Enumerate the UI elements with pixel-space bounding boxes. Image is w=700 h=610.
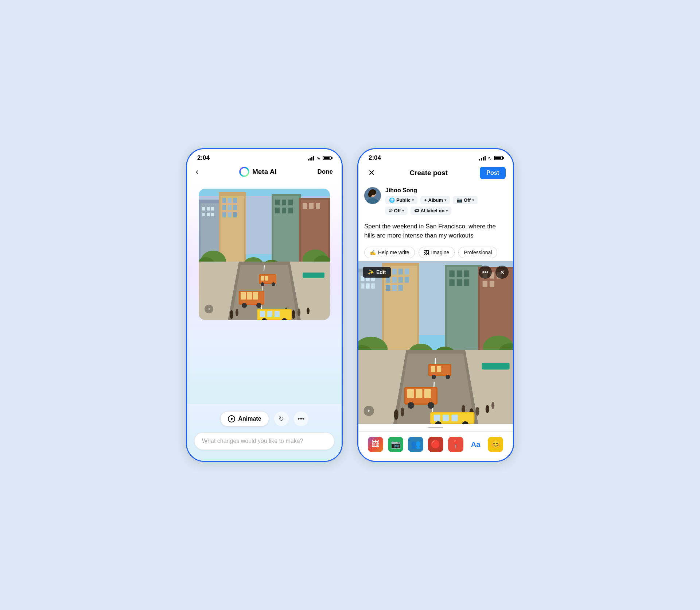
post-image-area: ✦ ✨ Edit ••• ✕	[358, 261, 513, 424]
svg-point-51	[242, 303, 247, 308]
sf-image-svg: ✦	[199, 189, 330, 320]
svg-rect-20	[228, 212, 232, 217]
svg-rect-153	[452, 415, 458, 421]
post-button[interactable]: Post	[480, 167, 506, 179]
bottom-toolbar: 🖼 📷 👥 🔴 📍 Aa 😊	[358, 431, 513, 461]
username: Jihoo Song	[385, 187, 478, 194]
create-post-title: Create post	[409, 169, 448, 177]
svg-point-145	[475, 407, 479, 416]
ai-label-text: AI label on	[420, 208, 444, 213]
svg-point-148	[491, 402, 494, 409]
add-photo-button[interactable]: 🖼	[368, 437, 383, 452]
svg-point-142	[394, 409, 398, 420]
imagine-chip[interactable]: 🖼 Imagine	[419, 247, 455, 258]
edit-button[interactable]: ✨ Edit	[363, 267, 391, 278]
svg-rect-87	[361, 283, 364, 289]
drag-handle	[428, 427, 443, 428]
svg-rect-27	[275, 208, 280, 213]
svg-point-58	[272, 282, 275, 286]
more-button[interactable]: •••	[294, 412, 308, 426]
meta-ai-logo-icon	[239, 167, 249, 177]
signal-icon-1	[308, 155, 314, 161]
battery-icon-2	[494, 156, 503, 160]
change-input[interactable]: What changes would you like to make?	[194, 432, 334, 450]
tag-people-button[interactable]: 👥	[408, 437, 423, 452]
imagine-label: Imagine	[431, 250, 450, 255]
user-info: Jihoo Song 🌐 Public ▾ + Album ▾ 📷 Off	[385, 187, 478, 215]
back-button[interactable]: ‹	[196, 167, 198, 177]
people-icon: 👥	[411, 440, 421, 449]
video-icon: 🔴	[431, 440, 440, 449]
phone-meta-ai: 2:04 ∿ ‹	[186, 148, 343, 462]
meta-ai-title: Meta AI	[239, 167, 277, 177]
svg-rect-67	[260, 311, 265, 317]
svg-rect-18	[233, 205, 237, 210]
svg-rect-48	[241, 292, 246, 300]
status-time-1: 2:04	[197, 154, 210, 162]
svg-rect-110	[464, 279, 469, 286]
privacy-public-pill[interactable]: 🌐 Public ▾	[385, 196, 417, 204]
svg-point-62	[298, 309, 300, 316]
create-post-header: ✕ Create post Post	[358, 164, 513, 184]
svg-point-79	[368, 192, 372, 197]
privacy-album-pill[interactable]: + Album ▾	[420, 196, 450, 204]
more-options-button[interactable]: •••	[479, 266, 492, 279]
battery-icon-1	[323, 156, 331, 160]
svg-rect-13	[222, 198, 226, 203]
svg-point-57	[261, 282, 264, 286]
ai-label-icon: 🏷	[414, 208, 419, 213]
meta-ai-bottom: Animate ↻ ••• What changes would you lik…	[187, 404, 342, 461]
play-icon	[228, 415, 235, 422]
pen-icon: ✍	[370, 250, 376, 255]
refresh-button[interactable]: ↻	[274, 412, 289, 426]
remove-image-button[interactable]: ✕	[495, 266, 509, 279]
wifi-icon-1: ∿	[316, 155, 320, 161]
svg-point-140	[432, 375, 436, 379]
svg-point-59	[230, 310, 233, 319]
svg-rect-29	[288, 208, 293, 213]
svg-point-134	[408, 402, 414, 409]
meta-ai-header: ‹ Meta AI D	[187, 164, 342, 181]
status-bar-1: 2:04 ∿	[187, 149, 342, 164]
chevron-down-icon: ▾	[412, 198, 414, 202]
privacy-instagram-pill[interactable]: 📷 Off ▾	[453, 196, 478, 204]
video-button[interactable]: 🔴	[428, 437, 443, 452]
location-button[interactable]: 📍	[448, 437, 463, 452]
privacy-off-pill[interactable]: © Off ▾	[385, 206, 408, 215]
svg-rect-33	[309, 203, 314, 209]
action-chips: ✍ Help me write 🖼 Imagine Professional	[358, 244, 513, 261]
svg-rect-69	[275, 311, 280, 317]
svg-rect-49	[247, 292, 252, 300]
status-icons-2: ∿	[479, 155, 503, 161]
svg-rect-9	[207, 213, 210, 216]
svg-point-146	[486, 405, 489, 413]
svg-rect-5	[202, 207, 205, 211]
svg-rect-102	[398, 285, 403, 291]
close-button[interactable]: ✕	[366, 167, 377, 179]
gallery-button[interactable]: 📷	[388, 437, 403, 452]
privacy-ai-label-pill[interactable]: 🏷 AI label on ▾	[411, 206, 451, 215]
svg-rect-89	[371, 283, 375, 289]
professional-chip[interactable]: Professional	[458, 247, 497, 258]
help-me-write-chip[interactable]: ✍ Help me write	[364, 247, 415, 258]
svg-rect-88	[366, 283, 370, 289]
sf-street-image: ✦	[199, 189, 330, 320]
done-button[interactable]: Done	[317, 168, 333, 175]
text-button[interactable]: Aa	[468, 437, 483, 452]
emoji-button[interactable]: 😊	[488, 437, 503, 452]
phones-container: 2:04 ∿ ‹	[186, 148, 514, 462]
svg-rect-14	[228, 198, 232, 203]
phone-create-post: 2:04 ∿ ✕ Create post Post	[357, 148, 514, 462]
animate-button[interactable]: Animate	[220, 411, 269, 426]
post-text[interactable]: Spent the weekend in San Francisco, wher…	[358, 219, 513, 244]
svg-rect-138	[431, 366, 435, 372]
edit-actions: ••• ✕	[479, 266, 509, 279]
professional-label: Professional	[464, 250, 492, 255]
svg-rect-133	[424, 389, 431, 398]
public-label: Public	[396, 197, 411, 203]
svg-rect-139	[437, 366, 441, 372]
text-icon: Aa	[471, 440, 481, 449]
svg-point-141	[446, 375, 450, 379]
svg-rect-108	[449, 279, 454, 286]
svg-rect-25	[282, 200, 286, 205]
